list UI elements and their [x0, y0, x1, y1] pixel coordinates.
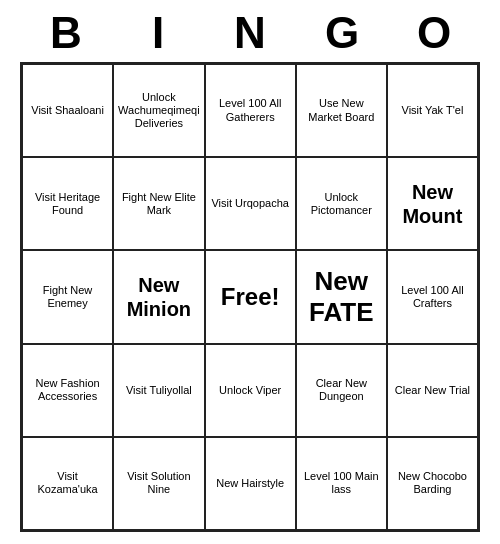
header-letter-n: N [209, 8, 291, 58]
bingo-cell-5[interactable]: Visit Heritage Found [22, 157, 113, 250]
header-letter-i: I [117, 8, 199, 58]
bingo-header: BINGO [20, 0, 480, 62]
bingo-grid: Visit ShaaloaniUnlock Wachumeqimeqi Deli… [20, 62, 480, 532]
bingo-cell-9[interactable]: New Mount [387, 157, 478, 250]
bingo-cell-1[interactable]: Unlock Wachumeqimeqi Deliveries [113, 64, 205, 157]
bingo-cell-19[interactable]: Clear New Trial [387, 344, 478, 437]
bingo-cell-12[interactable]: Free! [205, 250, 296, 343]
bingo-cell-17[interactable]: Unlock Viper [205, 344, 296, 437]
bingo-cell-21[interactable]: Visit Solution Nine [113, 437, 205, 530]
bingo-cell-14[interactable]: Level 100 All Crafters [387, 250, 478, 343]
bingo-cell-2[interactable]: Level 100 All Gatherers [205, 64, 296, 157]
bingo-cell-8[interactable]: Unlock Pictomancer [296, 157, 387, 250]
bingo-cell-15[interactable]: New Fashion Accessories [22, 344, 113, 437]
bingo-cell-23[interactable]: Level 100 Main lass [296, 437, 387, 530]
bingo-cell-16[interactable]: Visit Tuliyollal [113, 344, 205, 437]
bingo-cell-11[interactable]: New Minion [113, 250, 205, 343]
bingo-cell-13[interactable]: New FATE [296, 250, 387, 343]
bingo-cell-0[interactable]: Visit Shaaloani [22, 64, 113, 157]
bingo-cell-20[interactable]: Visit Kozama'uka [22, 437, 113, 530]
header-letter-b: B [25, 8, 107, 58]
header-letter-g: G [301, 8, 383, 58]
bingo-cell-7[interactable]: Visit Urqopacha [205, 157, 296, 250]
bingo-cell-4[interactable]: Visit Yak T'el [387, 64, 478, 157]
bingo-cell-24[interactable]: New Chocobo Barding [387, 437, 478, 530]
bingo-cell-3[interactable]: Use New Market Board [296, 64, 387, 157]
bingo-cell-6[interactable]: Fight New Elite Mark [113, 157, 205, 250]
header-letter-o: O [393, 8, 475, 58]
bingo-cell-18[interactable]: Clear New Dungeon [296, 344, 387, 437]
bingo-cell-22[interactable]: New Hairstyle [205, 437, 296, 530]
bingo-cell-10[interactable]: Fight New Enemey [22, 250, 113, 343]
